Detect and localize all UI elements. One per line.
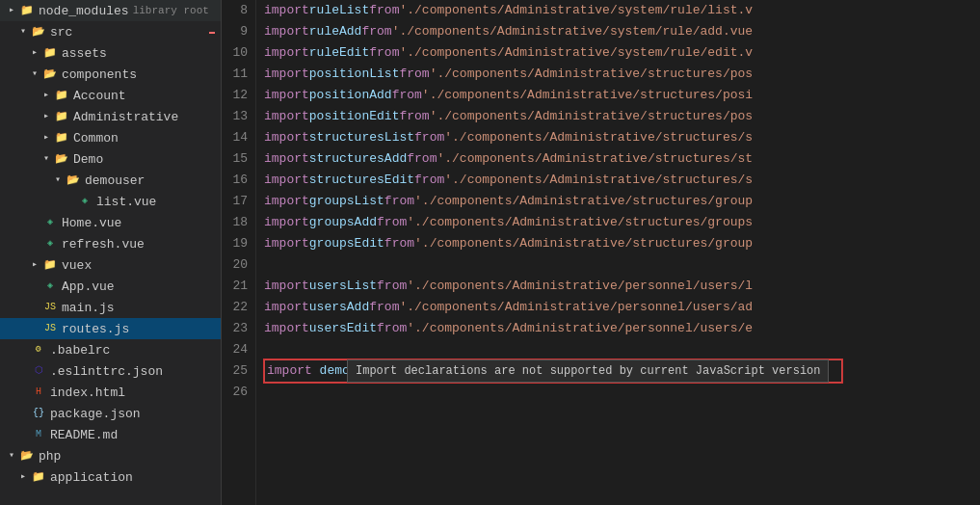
line-number: 19 bbox=[229, 233, 248, 254]
line-number: 21 bbox=[229, 276, 248, 297]
arrow-icon bbox=[27, 66, 42, 82]
line-number: 20 bbox=[229, 254, 248, 276]
sidebar-item-label: index.html bbox=[50, 385, 125, 400]
sidebar-item-label: demouser bbox=[85, 173, 145, 188]
sidebar-item-label: Home.vue bbox=[62, 216, 121, 230]
code-line: import groupsEdit from './components/Adm… bbox=[264, 233, 980, 254]
sidebar-item-application[interactable]: application bbox=[0, 466, 221, 488]
line-number: 16 bbox=[229, 170, 248, 191]
sidebar-item-label: list.vue bbox=[96, 195, 156, 209]
folder-icon bbox=[31, 469, 46, 485]
line-number: 13 bbox=[229, 106, 248, 127]
line-number: 11 bbox=[229, 64, 248, 85]
file-tree-sidebar[interactable]: node_modules library root src assets com… bbox=[0, 0, 222, 505]
error-tooltip: Import declarations are not supported by… bbox=[347, 359, 829, 383]
folder-icon bbox=[42, 66, 58, 82]
folder-icon bbox=[54, 88, 69, 103]
line-number: 24 bbox=[229, 339, 248, 360]
sidebar-item-refresh-vue[interactable]: ◈ refresh.vue bbox=[0, 233, 221, 254]
sidebar-item-node-modules[interactable]: node_modules library root bbox=[0, 0, 221, 21]
code-line: import groupsAdd from './components/Admi… bbox=[264, 212, 980, 233]
line-number: 8 bbox=[229, 0, 248, 21]
sidebar-item-label: Common bbox=[73, 131, 119, 146]
arrow-icon bbox=[4, 448, 19, 464]
babel-file-icon: ⚙ bbox=[31, 342, 46, 358]
sidebar-item-label: Demo bbox=[73, 152, 103, 167]
sidebar-item-package-json[interactable]: {} package.json bbox=[0, 403, 221, 424]
code-line: import positionList from './components/A… bbox=[264, 64, 980, 85]
sidebar-item-label: src bbox=[50, 25, 72, 40]
sidebar-item-label: README.md bbox=[50, 428, 118, 442]
vue-file-icon: ◈ bbox=[42, 279, 58, 294]
folder-icon bbox=[31, 24, 46, 40]
sidebar-item-account[interactable]: Account bbox=[0, 85, 221, 106]
js-file-icon: JS bbox=[42, 321, 58, 336]
sidebar-item-eslintrc[interactable]: ⬡ .eslinttrc.json bbox=[0, 360, 221, 382]
sidebar-item-label: vuex bbox=[62, 258, 92, 273]
folder-icon bbox=[54, 109, 69, 124]
code-line: import ruleAdd from './components/Admini… bbox=[264, 21, 980, 42]
sidebar-item-components[interactable]: components bbox=[0, 64, 221, 85]
sidebar-item-list-vue[interactable]: ◈ list.vue bbox=[0, 191, 221, 212]
code-lines[interactable]: import ruleList from './components/Admin… bbox=[256, 0, 980, 505]
sidebar-item-label: App.vue bbox=[62, 279, 115, 294]
code-line: import structuresList from './components… bbox=[264, 127, 980, 148]
line-number: 22 bbox=[229, 297, 248, 318]
sidebar-item-label: package.json bbox=[50, 407, 141, 421]
arrow-icon bbox=[4, 3, 19, 18]
sidebar-item-src[interactable]: src bbox=[0, 21, 221, 42]
folder-icon bbox=[19, 3, 35, 18]
sidebar-item-babelrc[interactable]: ⚙ .babelrc bbox=[0, 339, 221, 360]
sidebar-item-assets[interactable]: assets bbox=[0, 42, 221, 64]
code-line: import structuresAdd from './components/… bbox=[264, 148, 980, 170]
sidebar-item-label: php bbox=[39, 449, 61, 464]
md-file-icon: M bbox=[31, 427, 46, 442]
sidebar-item-label: components bbox=[62, 67, 137, 82]
folder-icon bbox=[42, 257, 58, 273]
code-line: import usersAdd from './components/Admin… bbox=[264, 297, 980, 318]
code-line: import ruleEdit from './components/Admin… bbox=[264, 42, 980, 64]
line-number: 18 bbox=[229, 212, 248, 233]
eslint-file-icon: ⬡ bbox=[31, 363, 46, 379]
sidebar-item-administrative[interactable]: Administrative bbox=[0, 106, 221, 127]
arrow-icon bbox=[27, 45, 42, 61]
sidebar-item-label: .eslinttrc.json bbox=[50, 364, 163, 379]
sidebar-item-php[interactable]: php bbox=[0, 445, 221, 466]
sidebar-item-label: application bbox=[50, 470, 133, 485]
library-root-label: library root bbox=[133, 5, 209, 16]
sidebar-item-demo[interactable]: Demo bbox=[0, 148, 221, 170]
sidebar-item-demouser[interactable]: demouser bbox=[0, 170, 221, 191]
line-number: 17 bbox=[229, 191, 248, 212]
code-line bbox=[264, 254, 980, 276]
arrow-icon bbox=[27, 257, 42, 273]
code-line: import ruleList from './components/Admin… bbox=[264, 0, 980, 21]
js-file-icon: JS bbox=[42, 300, 58, 315]
code-editor: 891011121314151617181920212223242526 imp… bbox=[222, 0, 980, 505]
sidebar-item-index-html[interactable]: H index.html bbox=[0, 382, 221, 403]
line-number: 12 bbox=[229, 85, 248, 106]
line-number: 15 bbox=[229, 148, 248, 170]
sidebar-item-home-vue[interactable]: ◈ Home.vue bbox=[0, 212, 221, 233]
sidebar-item-app-vue[interactable]: ◈ App.vue bbox=[0, 276, 221, 297]
sidebar-item-label: node_modules bbox=[39, 4, 129, 18]
folder-icon bbox=[54, 151, 69, 167]
code-line: import positionAdd from './components/Ad… bbox=[264, 85, 980, 106]
folder-icon bbox=[66, 173, 81, 188]
sidebar-item-routes-js[interactable]: JS routes.js bbox=[0, 318, 221, 339]
code-line: import structuresEdit from './components… bbox=[264, 170, 980, 191]
sidebar-item-label: Account bbox=[73, 89, 126, 103]
vue-file-icon: ◈ bbox=[42, 215, 58, 230]
arrow-icon bbox=[39, 130, 54, 146]
sidebar-item-label: main.js bbox=[62, 301, 115, 315]
sidebar-item-readme[interactable]: M README.md bbox=[0, 424, 221, 445]
sidebar-item-label: Administrative bbox=[73, 110, 178, 124]
sidebar-item-label: refresh.vue bbox=[62, 237, 145, 252]
sidebar-item-vuex[interactable]: vuex bbox=[0, 254, 221, 276]
sidebar-item-common[interactable]: Common bbox=[0, 127, 221, 148]
sidebar-item-label: assets bbox=[62, 46, 107, 61]
sidebar-item-main-js[interactable]: JS main.js bbox=[0, 297, 221, 318]
folder-icon bbox=[19, 448, 35, 464]
line-number: 9 bbox=[229, 21, 248, 42]
vue-file-icon: ◈ bbox=[42, 236, 58, 252]
code-line: import positionEdit from './components/A… bbox=[264, 106, 980, 127]
